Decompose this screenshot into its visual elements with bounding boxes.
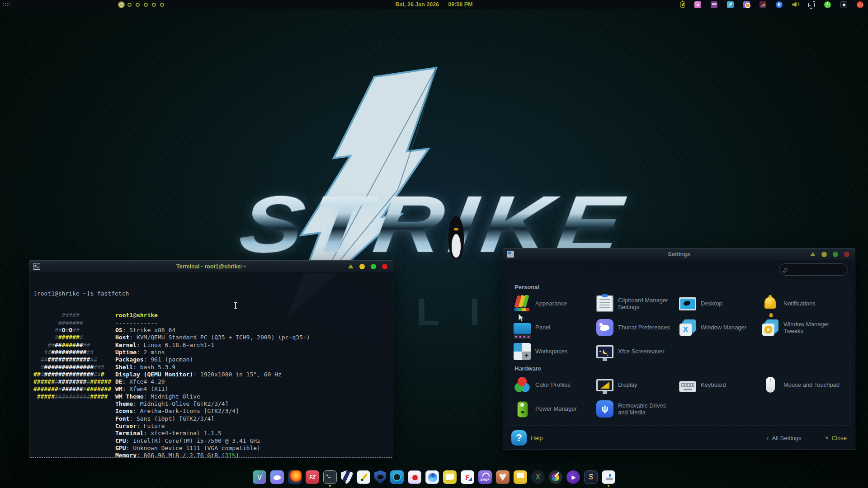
dock-item-thunar-file-manager[interactable]	[270, 470, 284, 484]
dock-item-firefox[interactable]	[288, 470, 302, 484]
settings-item-appearance[interactable]: Appearance	[514, 291, 596, 315]
workspaces-icon	[514, 343, 531, 360]
percentage-value: 31%	[225, 452, 236, 458]
dock-item-terminal[interactable]: >_	[323, 470, 337, 484]
dock-item-screen-recorder[interactable]	[390, 470, 404, 484]
settings-item-notifications[interactable]: Notifications	[762, 291, 844, 315]
maximize-button[interactable]	[833, 252, 838, 257]
lens-indicator-icon[interactable]	[743, 1, 750, 8]
firewall-indicator-icon[interactable]	[760, 1, 766, 8]
dock-item-crowsec-shield[interactable]	[374, 470, 386, 484]
dock-item-xorg[interactable]: X	[531, 470, 545, 484]
search-field[interactable]	[779, 263, 848, 276]
terminal-titlebar[interactable]: Terminal - root1@shrike:~	[29, 261, 393, 272]
dock-item-recorder[interactable]	[408, 470, 421, 484]
bluetooth-icon-glyph: B	[776, 1, 783, 8]
close-settings-button[interactable]: × Close	[825, 434, 847, 441]
settings-item-wm-tweaks[interactable]: Window Manager Tweaks	[762, 315, 844, 339]
software-shop-glyph: SHOP	[481, 478, 490, 481]
ascii-art-line: #######	[33, 319, 115, 327]
maximize-button[interactable]	[371, 264, 376, 269]
settings-item-screensaver[interactable]: Xfce Screensaver	[596, 339, 679, 363]
dock-item-security-shield[interactable]	[341, 470, 353, 484]
app-indicator-pink-icon[interactable]: a	[694, 1, 701, 8]
paintbrush-icon[interactable]	[727, 1, 734, 8]
settings-item-label: Panel	[535, 324, 550, 331]
terminal-info-line: Terminal: xfce4-terminal 1.1.5	[115, 430, 310, 437]
power-manager-icon	[514, 400, 531, 418]
settings-item-removable[interactable]: ψRemovable Drives and Media	[596, 397, 679, 421]
ascii-art-line: ########	[33, 334, 115, 341]
settings-item-clipboard[interactable]: Clipboard Manager Settings	[596, 291, 679, 315]
settings-item-label: Color Profiles	[535, 381, 571, 388]
dock-item-mail-client[interactable]	[514, 470, 527, 484]
session-power-green-icon[interactable]	[824, 1, 831, 8]
dock-item-media-player[interactable]: ▶	[566, 470, 580, 484]
settings-item-label: Keyboard	[701, 381, 726, 388]
dock: VFZ>_FSHOPX▶S	[0, 470, 868, 484]
dock-item-app-store-f[interactable]: F	[461, 470, 474, 484]
clock-time: 09:58 PM	[448, 1, 472, 8]
dock-item-vim[interactable]: V	[253, 470, 266, 484]
terminal-info-line: OS: Strike x86_64	[115, 327, 310, 334]
battery-tray-icon[interactable]	[840, 1, 847, 8]
help-button[interactable]: ? Help	[511, 430, 543, 446]
shade-button[interactable]	[348, 264, 354, 268]
settings-titlebar[interactable]: Settings	[503, 249, 855, 260]
settings-item-desktop[interactable]: Desktop	[679, 291, 762, 315]
terminal-body[interactable]: [root1@shrike ~]$ fastfetch ##### ######…	[29, 272, 393, 458]
dock-item-strike-tool[interactable]: S	[584, 470, 598, 484]
info-label: Cursor	[115, 422, 137, 429]
settings-item-workspaces[interactable]: Workspaces	[514, 339, 596, 363]
dock-item-settings-manager[interactable]	[602, 470, 615, 484]
network-display-icon[interactable]	[808, 3, 815, 7]
settings-item-display[interactable]: Display	[596, 373, 679, 397]
app-indicator-pink-icon-glyph: a	[694, 1, 701, 8]
dock-item-web-browser[interactable]	[425, 470, 439, 484]
section-header-personal: Personal	[514, 284, 844, 291]
window-manager-icon	[679, 319, 696, 336]
settings-item-panel[interactable]: Panel	[514, 315, 596, 339]
minimize-button[interactable]	[821, 252, 827, 257]
dock-item-paint-app[interactable]	[549, 470, 562, 484]
info-label: Kernel	[115, 342, 137, 348]
removable-icon: ψ	[596, 400, 613, 418]
close-button[interactable]	[382, 264, 387, 269]
settings-item-mouse[interactable]: Mouse and Touchpad	[762, 373, 844, 397]
settings-item-power-manager[interactable]: Power Manager	[514, 397, 596, 421]
info-label: Display (QEMU Monitor)	[115, 371, 193, 378]
search-input[interactable]	[791, 267, 843, 273]
settings-item-thunar[interactable]: Thunar Preferences	[596, 315, 679, 339]
running-indicator	[329, 485, 331, 487]
dock-item-filezilla[interactable]: FZ	[306, 470, 319, 484]
clipboard-manager-icon[interactable]	[711, 1, 717, 8]
info-label: GPU	[115, 445, 126, 451]
info-label: OS	[115, 327, 123, 333]
ascii-art-line: ######################	[33, 378, 115, 385]
settings-item-window-manager[interactable]: Window Manager	[679, 315, 762, 339]
bluetooth-icon[interactable]: B	[776, 1, 783, 8]
terminal-window-icon	[33, 263, 40, 270]
info-label: Uptime	[115, 349, 137, 356]
dock-item-text-editor[interactable]	[357, 470, 370, 484]
settings-item-label: Workspaces	[535, 348, 567, 355]
settings-grid: AppearanceClipboard Manager SettingsDesk…	[514, 291, 844, 363]
vim-glyph: V	[257, 474, 262, 481]
settings-item-label: Thunar Preferences	[618, 324, 670, 331]
dock-item-software-shop[interactable]: SHOP	[478, 470, 492, 484]
close-button[interactable]	[844, 252, 849, 257]
dock-item-brave-browser[interactable]	[496, 470, 509, 484]
dock-item-sticky-notes[interactable]	[443, 470, 457, 484]
battery-charging-icon[interactable]	[680, 1, 685, 8]
shade-button[interactable]	[810, 252, 816, 256]
power-red-icon[interactable]	[857, 1, 863, 8]
minimize-button[interactable]	[359, 264, 365, 269]
settings-item-keyboard[interactable]: Keyboard	[679, 373, 762, 397]
help-icon: ?	[511, 430, 527, 446]
terminal-info-line: CPU: Intel(R) Core(TM) i5-7500 @ 3.41 GH…	[115, 437, 310, 445]
info-label: Terminal	[115, 430, 144, 436]
info-label: Host	[115, 334, 129, 341]
all-settings-button[interactable]: ‹ All Settings	[767, 434, 802, 441]
volume-icon[interactable]	[792, 1, 799, 8]
settings-item-color-profiles[interactable]: Color Profiles	[514, 373, 596, 397]
